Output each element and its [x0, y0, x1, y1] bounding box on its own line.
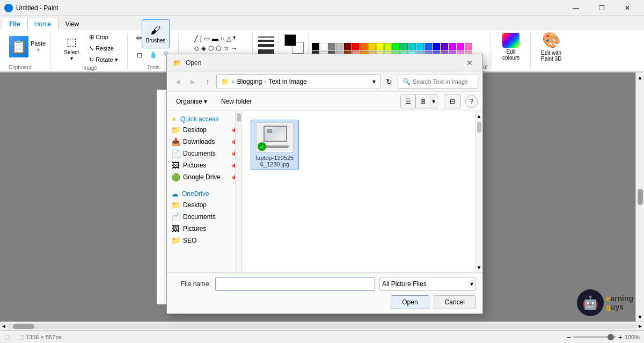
color-gray2[interactable] — [336, 43, 343, 50]
resize-button[interactable]: ⤡ Resize — [86, 43, 120, 54]
right-scrollbar[interactable]: ▲ ▼ — [635, 72, 644, 322]
minimize-button[interactable]: — — [564, 0, 588, 16]
close-button[interactable]: ✕ — [615, 0, 640, 16]
rect-shape[interactable]: ▭ — [203, 34, 210, 43]
view-dropdown[interactable]: ▾ — [430, 94, 437, 108]
hexagon-shape[interactable]: ⬡ — [208, 44, 214, 53]
tri-shape[interactable]: △ — [226, 34, 232, 43]
color-blue-dark[interactable] — [433, 43, 440, 50]
forward-button[interactable]: ► — [186, 75, 199, 88]
up-button[interactable]: ↑ — [201, 75, 214, 88]
filename-input[interactable] — [215, 277, 375, 291]
onedrive-header[interactable]: ☁ OneDrive — [167, 187, 241, 199]
size-line3[interactable] — [258, 44, 274, 47]
curve-shape[interactable]: ∫ — [200, 34, 202, 43]
color-purple[interactable] — [441, 43, 448, 50]
sidebar-scroll-thumb[interactable] — [237, 113, 241, 122]
color-orange-dark[interactable] — [360, 43, 368, 50]
sidebar-item-documents-quick[interactable]: 📄 Documents 📌 — [167, 148, 241, 159]
scroll-up-btn[interactable]: ▲ — [636, 74, 644, 81]
color-blue[interactable] — [425, 43, 432, 50]
sidebar-item-googledrive-quick[interactable]: 🟢 Google Drive 📌 — [167, 171, 241, 183]
scroll-left-btn[interactable]: ◄ — [0, 323, 8, 330]
sidebar-item-seo-od[interactable]: 📁 SEO — [167, 235, 241, 246]
size-line2[interactable] — [258, 40, 274, 42]
zoom-slider-thumb[interactable] — [608, 334, 614, 340]
h-scroll-thumb[interactable] — [13, 324, 34, 329]
crop-button[interactable]: ⊞ Crop — [86, 32, 120, 42]
color-teal[interactable] — [400, 43, 408, 50]
zoom-in-btn[interactable]: + — [618, 333, 623, 341]
sidebar-item-desktop-quick[interactable]: 📁 Desktop 📌 — [167, 124, 241, 136]
color-cyan-dark[interactable] — [408, 43, 416, 50]
rotate-button[interactable]: ↻ Rotate ▾ — [86, 55, 120, 65]
brushes-button[interactable]: 🖌 Brushes — [142, 19, 170, 48]
detail-pane-button[interactable]: ⊟ — [444, 94, 461, 108]
tab-file[interactable]: File — [2, 18, 27, 30]
dialog-close-button[interactable]: ✕ — [463, 56, 476, 69]
sidebar-item-pictures-od[interactable]: 🖼 Pictures — [167, 223, 241, 235]
new-folder-button[interactable]: New folder — [216, 95, 257, 108]
edit-colours-button[interactable]: Edit colours — [496, 32, 526, 61]
color-magenta[interactable] — [449, 43, 456, 50]
color-green-light[interactable] — [384, 43, 392, 50]
sidebar-item-pictures-quick[interactable]: 🖼 Pictures 📌 — [167, 159, 241, 171]
search-box[interactable]: 🔍 — [398, 75, 478, 89]
files-scroll-thumb[interactable] — [477, 122, 481, 133]
files-scrollbar[interactable]: ▲ ▼ — [475, 111, 482, 272]
color-black[interactable] — [312, 43, 319, 50]
color-pink[interactable] — [457, 43, 464, 50]
search-input[interactable] — [413, 78, 472, 85]
paste-button[interactable]: 📋 Paste ▾ — [9, 32, 46, 61]
file-item[interactable]: ✓ laptop-1205256_1280.jpg — [251, 120, 299, 170]
line-shape[interactable]: ╱ — [194, 34, 199, 43]
sidebar-item-desktop-od[interactable]: 📁 Desktop — [167, 199, 241, 211]
arrow-down-shape[interactable]: ▾ — [233, 34, 236, 43]
sidebar-item-downloads-quick[interactable]: 📥 Downloads 📌 — [167, 136, 241, 148]
sidebar-item-documents-od[interactable]: 📄 Documents — [167, 211, 241, 223]
color-red[interactable] — [352, 43, 360, 50]
tab-home[interactable]: Home — [27, 18, 58, 30]
files-scroll-down[interactable]: ▼ — [477, 264, 482, 271]
organise-button[interactable]: Organise ▾ — [171, 95, 212, 108]
filetype-select[interactable]: All Picture Files ▾ — [379, 277, 476, 291]
color-pink-light[interactable] — [465, 43, 472, 50]
rect2-shape[interactable]: ▬ — [211, 34, 219, 43]
back-button[interactable]: ◄ — [171, 75, 184, 88]
scroll-right-btn[interactable]: ► — [636, 323, 644, 330]
size-line1[interactable] — [258, 37, 274, 38]
color-gray1[interactable] — [328, 43, 335, 50]
diamond-shape[interactable]: ◇ — [194, 44, 200, 53]
address-dropdown-icon[interactable]: ▾ — [372, 78, 376, 85]
color-green[interactable] — [392, 43, 400, 50]
sidebar-scrollbar[interactable] — [235, 111, 241, 272]
view-grid-button[interactable]: ⊞ — [415, 94, 430, 108]
paint3d-button[interactable]: 🎨 Edit with Paint 3D — [536, 32, 566, 61]
cancel-button[interactable]: Cancel — [434, 295, 476, 309]
zoom-out-btn[interactable]: − — [566, 333, 570, 341]
quick-access-header[interactable]: ★ Quick access — [167, 113, 241, 124]
star-shape[interactable]: ☆ — [223, 44, 230, 53]
colour1-box[interactable] — [284, 34, 296, 46]
diamond2-shape[interactable]: ◈ — [201, 44, 207, 53]
scroll-thumb[interactable] — [638, 189, 643, 205]
eraser-button[interactable]: ◻ — [133, 49, 146, 64]
select-button[interactable]: ⬚ Select▾ — [58, 34, 84, 63]
color-yellow[interactable] — [376, 43, 384, 50]
size-line4[interactable] — [258, 49, 274, 54]
arrow-shape[interactable]: → — [231, 44, 238, 53]
view-list-button[interactable]: ☰ — [400, 94, 415, 108]
refresh-button[interactable]: ↻ — [383, 75, 396, 88]
color-red-dark[interactable] — [344, 43, 352, 50]
restore-button[interactable]: ❐ — [589, 0, 614, 16]
color-yellow-dark[interactable] — [368, 43, 376, 50]
zoom-slider[interactable] — [573, 336, 616, 338]
help-button[interactable]: ? — [465, 95, 478, 108]
color-white[interactable] — [320, 43, 327, 50]
open-button[interactable]: Open — [391, 295, 429, 309]
eyedropper-button[interactable]: 💧 — [147, 49, 160, 64]
address-bar[interactable]: 📁 « Blogging › Text in Image ▾ — [216, 74, 380, 89]
files-scroll-up[interactable]: ▲ — [477, 112, 482, 120]
horizontal-scrollbar[interactable]: ◄ ► — [0, 322, 644, 330]
color-blue-light[interactable] — [416, 43, 424, 50]
